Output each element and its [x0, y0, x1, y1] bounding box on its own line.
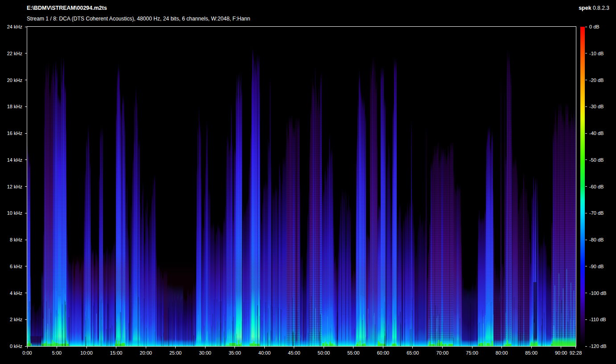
svg-text:30:00: 30:00: [199, 350, 211, 356]
svg-text:18 kHz: 18 kHz: [7, 104, 22, 109]
svg-text:-110 dB: -110 dB: [589, 317, 606, 322]
svg-text:-20 dB: -20 dB: [589, 78, 604, 83]
svg-text:70:00: 70:00: [436, 350, 449, 356]
svg-text:6 kHz: 6 kHz: [10, 264, 22, 269]
svg-text:92:28: 92:28: [570, 350, 582, 356]
svg-text:-100 dB: -100 dB: [589, 290, 607, 296]
svg-text:75:00: 75:00: [466, 350, 478, 356]
svg-text:0 dB: 0 dB: [589, 24, 600, 29]
svg-text:5:00: 5:00: [52, 350, 62, 356]
svg-text:55:00: 55:00: [347, 350, 360, 356]
svg-text:-90 dB: -90 dB: [589, 264, 604, 269]
svg-text:-30 dB: -30 dB: [589, 104, 604, 109]
svg-text:12 kHz: 12 kHz: [7, 184, 22, 189]
svg-text:16 kHz: 16 kHz: [7, 131, 22, 136]
svg-text:40:00: 40:00: [259, 350, 271, 356]
svg-text:8 kHz: 8 kHz: [10, 237, 22, 242]
svg-text:50:00: 50:00: [318, 350, 330, 356]
svg-text:2 kHz: 2 kHz: [10, 317, 22, 322]
svg-text:14 kHz: 14 kHz: [7, 157, 22, 163]
svg-text:35:00: 35:00: [229, 350, 241, 356]
svg-text:E:\BDMV\STREAM\00294.m2ts: E:\BDMV\STREAM\00294.m2ts: [27, 5, 107, 11]
svg-text:85:00: 85:00: [525, 350, 538, 356]
svg-text:Stream 1 / 8: DCA (DTS Coheren: Stream 1 / 8: DCA (DTS Coherent Acoustic…: [27, 16, 250, 22]
svg-text:4 kHz: 4 kHz: [10, 290, 22, 296]
svg-text:10 kHz: 10 kHz: [7, 210, 22, 216]
svg-text:0 kHz: 0 kHz: [10, 344, 22, 349]
svg-text:-50 dB: -50 dB: [589, 157, 604, 163]
svg-text:15:00: 15:00: [110, 350, 123, 356]
svg-text:-120 dB: -120 dB: [589, 344, 607, 349]
svg-text:24 kHz: 24 kHz: [7, 24, 22, 29]
svg-text:10:00: 10:00: [80, 350, 93, 356]
svg-text:60:00: 60:00: [377, 350, 390, 356]
svg-text:25:00: 25:00: [169, 350, 182, 356]
svg-text:90:00: 90:00: [555, 350, 567, 356]
svg-text:0:00: 0:00: [22, 350, 32, 356]
svg-text:22 kHz: 22 kHz: [7, 51, 22, 56]
svg-text:20:00: 20:00: [140, 350, 152, 356]
svg-text:-70 dB: -70 dB: [589, 210, 604, 216]
svg-text:20 kHz: 20 kHz: [7, 78, 22, 83]
svg-text:45:00: 45:00: [288, 350, 300, 356]
svg-text:65:00: 65:00: [407, 350, 419, 356]
svg-text:80:00: 80:00: [496, 350, 508, 356]
svg-text:spek 0.8.2.3: spek 0.8.2.3: [579, 5, 609, 11]
svg-text:-10 dB: -10 dB: [589, 51, 604, 56]
svg-text:-60 dB: -60 dB: [589, 184, 604, 189]
svg-text:-40 dB: -40 dB: [589, 131, 604, 136]
svg-text:-80 dB: -80 dB: [589, 237, 604, 242]
